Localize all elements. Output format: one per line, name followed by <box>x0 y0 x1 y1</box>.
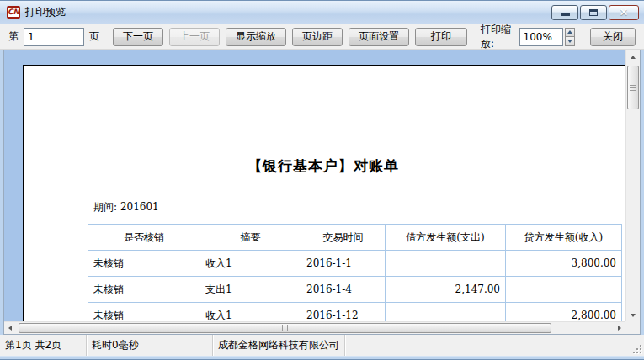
chevron-down-icon <box>567 40 572 43</box>
scroll-right-button[interactable] <box>614 322 625 334</box>
page-margins-button[interactable]: 页边距 <box>292 28 343 46</box>
period-line: 期间: 201601 <box>93 200 159 214</box>
scroll-down-button[interactable] <box>626 309 640 321</box>
page-number-suffix-label: 页 <box>89 29 99 44</box>
title-bar: CN 打印预览 ✕ <box>0 1 644 24</box>
preview-area: 【银行基本户】对账单 期间: 201601 是否核销 摘要 交易时间 借方发生额… <box>3 50 641 335</box>
print-preview-window: CN 打印预览 ✕ 第 页 下一页 上一页 显示缩放 页边距 页面设置 打印 打… <box>0 0 644 360</box>
horizontal-scroll-thumb[interactable] <box>19 323 551 333</box>
table-cell <box>386 303 506 322</box>
preview-canvas: 【银行基本户】对账单 期间: 201601 是否核销 摘要 交易时间 借方发生额… <box>4 50 625 321</box>
table-row: 未核销 收入1 2016-1-12 2,800.00 <box>88 303 622 322</box>
thumb-grip-icon <box>282 325 288 331</box>
table-header-cell: 借方发生额(支出) <box>386 225 506 251</box>
statement-table: 是否核销 摘要 交易时间 借方发生额(支出) 贷方发生额(收入) 未核销 收入1… <box>88 224 622 321</box>
table-header-row: 是否核销 摘要 交易时间 借方发生额(支出) 贷方发生额(收入) <box>88 225 622 251</box>
table-row: 未核销 收入1 2016-1-1 3,800.00 <box>88 251 622 277</box>
page-number-prefix-label: 第 <box>8 29 19 44</box>
table-cell: 2016-1-12 <box>301 303 386 322</box>
stepper-down-button[interactable] <box>565 37 575 46</box>
close-window-button[interactable]: ✕ <box>609 5 639 20</box>
scroll-up-button[interactable] <box>626 50 640 63</box>
status-filler <box>345 335 644 356</box>
table-cell: 支出1 <box>200 277 301 303</box>
maximize-icon <box>589 9 598 16</box>
minimize-icon <box>561 13 570 16</box>
prev-page-button[interactable]: 上一页 <box>169 28 220 46</box>
status-page-info: 第1页 共2页 <box>0 335 87 356</box>
print-button[interactable]: 打印 <box>415 28 467 46</box>
scrollbar-horizontal[interactable] <box>4 321 625 334</box>
toolbar: 第 页 下一页 上一页 显示缩放 页边距 页面设置 打印 打印缩放: 关闭 <box>0 24 644 50</box>
table-header-cell: 摘要 <box>200 225 301 251</box>
print-zoom-input[interactable] <box>519 28 563 46</box>
table-cell: 2016-1-1 <box>301 251 386 277</box>
status-company-name: 成都金格网络科技有限公司 <box>213 335 345 356</box>
table-header-cell: 贷方发生额(收入) <box>506 225 622 251</box>
table-header-cell: 交易时间 <box>301 225 386 251</box>
preview-page: 【银行基本户】对账单 期间: 201601 是否核销 摘要 交易时间 借方发生额… <box>23 65 625 321</box>
window-controls: ✕ <box>551 5 639 20</box>
close-icon: ✕ <box>620 7 629 18</box>
table-cell: 未核销 <box>88 303 200 322</box>
period-value: 201601 <box>120 201 159 213</box>
document-title: 【银行基本户】对账单 <box>24 156 623 176</box>
table-row: 未核销 支出1 2016-1-4 2,147.00 <box>88 277 622 303</box>
table-header-cell: 是否核销 <box>88 225 200 251</box>
table-cell: 2,800.00 <box>506 303 622 322</box>
cn-logo-icon: CN <box>7 6 20 19</box>
page-setup-button[interactable]: 页面设置 <box>349 28 409 46</box>
scrollbar-vertical[interactable] <box>625 50 640 321</box>
vertical-scroll-thumb[interactable] <box>627 66 639 109</box>
stepper-up-button[interactable] <box>565 28 575 38</box>
table-cell <box>386 251 506 277</box>
table-cell: 未核销 <box>88 277 200 303</box>
scrollbar-corner <box>625 321 640 334</box>
arrow-right-icon <box>618 326 621 331</box>
window-title: 打印预览 <box>25 5 66 19</box>
window-bottom-border <box>0 356 644 359</box>
close-preview-button[interactable]: 关闭 <box>590 28 636 46</box>
arrow-down-icon <box>631 314 636 317</box>
page-number-input[interactable] <box>24 28 84 46</box>
toggle-zoom-button[interactable]: 显示缩放 <box>226 28 286 46</box>
print-zoom-label: 打印缩放: <box>481 23 515 51</box>
scroll-left-button[interactable] <box>4 322 16 334</box>
table-cell: 收入1 <box>200 303 301 322</box>
thumb-grip-icon <box>630 85 636 91</box>
table-cell: 收入1 <box>200 251 301 277</box>
status-elapsed-time: 耗时0毫秒 <box>87 335 213 356</box>
print-zoom-stepper <box>565 28 575 46</box>
print-zoom-control: 打印缩放: <box>481 23 575 51</box>
maximize-button[interactable] <box>580 5 607 20</box>
resize-grip[interactable] <box>631 343 641 353</box>
table-cell: 2,147.00 <box>386 277 506 303</box>
arrow-up-icon <box>631 56 636 59</box>
arrow-left-icon <box>8 326 12 331</box>
table-cell: 3,800.00 <box>506 251 622 277</box>
status-bar: 第1页 共2页 耗时0毫秒 成都金格网络科技有限公司 <box>0 335 644 356</box>
table-cell <box>506 277 622 303</box>
table-cell: 未核销 <box>88 251 200 277</box>
table-cell: 2016-1-4 <box>301 277 386 303</box>
chevron-up-icon <box>567 30 572 34</box>
minimize-button[interactable] <box>551 5 578 20</box>
period-label: 期间: <box>93 201 117 213</box>
next-page-button[interactable]: 下一页 <box>113 28 163 46</box>
